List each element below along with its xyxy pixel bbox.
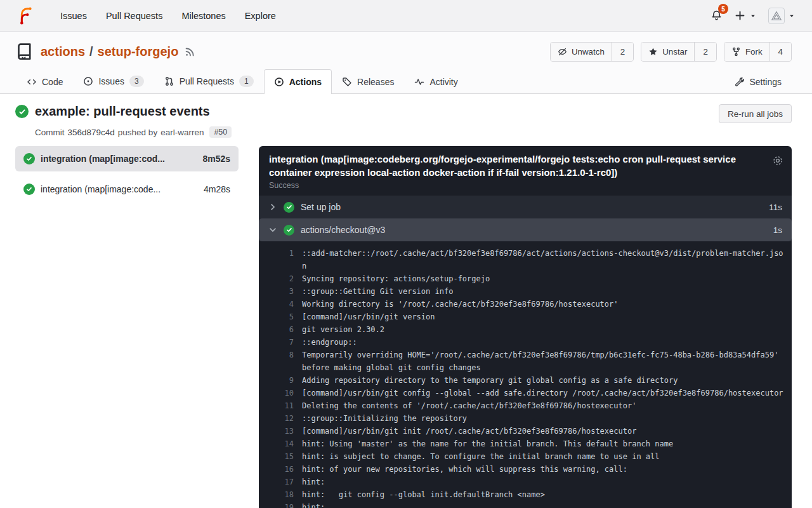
log-line-number[interactable]: 14 [268, 438, 294, 450]
log-line-number[interactable]: 13 [268, 425, 294, 438]
log-line-number[interactable]: 9 [268, 374, 294, 387]
repo-action-buttons: Unwatch 2 Unstar 2 Fork [550, 42, 792, 62]
step-success-check-icon [284, 225, 294, 236]
log-line-text: [command]/usr/bin/git config --global --… [302, 387, 783, 399]
rerun-all-jobs-button[interactable]: Re-run all jobs [719, 104, 792, 123]
tab-label: Pull Requests [180, 76, 234, 86]
job-list-item[interactable]: integration (map[image:code... 4m28s [15, 177, 239, 202]
log-line-text: [command]/usr/bin/git init /root/.cache/… [302, 425, 636, 438]
log-line: 16 hint: of your new repositories, which… [268, 463, 787, 476]
repo-tab[interactable]: Actions [264, 69, 332, 94]
log-line: 13 [command]/usr/bin/git init /root/.cac… [268, 425, 787, 438]
user-menu-button[interactable] [767, 5, 797, 27]
plus-icon [734, 10, 746, 22]
job-duration: 8m52s [202, 154, 230, 164]
repo-action-icon [648, 47, 658, 57]
repo-header: actions / setup-forgejo Unwatch 2 Unsta [0, 32, 812, 94]
job-success-check-icon [23, 153, 35, 164]
navbar-link[interactable]: Pull Requests [96, 6, 172, 26]
log-line-number[interactable]: 12 [268, 412, 294, 425]
breadcrumb-separator: / [89, 44, 93, 59]
step-list: Set up job 11s actions/checkout@v3 1s [259, 196, 792, 241]
repo-tab[interactable]: Code [16, 69, 73, 94]
repo-action-button[interactable]: Unstar [641, 43, 695, 61]
repo-tab[interactable]: Pull Requests 1 [154, 68, 264, 94]
tab-settings[interactable]: Settings [724, 69, 792, 94]
log-line: 7 ::endgroup:: [268, 336, 787, 349]
step-row[interactable]: actions/checkout@v3 1s [259, 218, 792, 241]
repo-action-count[interactable]: 4 [770, 43, 791, 61]
log-line-number[interactable]: 4 [268, 298, 294, 311]
log-line-number[interactable]: 15 [268, 450, 294, 463]
log-line-text: ::group::Getting Git version info [302, 285, 453, 298]
job-full-title: integration (map[image:codeberg.org/forg… [269, 153, 782, 179]
log-line-number[interactable]: 5 [268, 311, 294, 323]
log-line-number[interactable]: 1 [268, 247, 294, 272]
log-line-number[interactable]: 8 [268, 349, 294, 374]
commit-sha-link[interactable]: 356d879c4d [68, 128, 115, 137]
log-line-number[interactable]: 6 [268, 323, 294, 336]
log-line-number[interactable]: 7 [268, 336, 294, 349]
tab-label: Releases [357, 77, 394, 87]
chevron-down-icon [749, 12, 757, 20]
log-settings-button[interactable] [772, 155, 783, 166]
log-line-text: hint: Using 'master' as the name for the… [302, 438, 673, 450]
log-line-number[interactable]: 19 [268, 501, 294, 508]
job-success-check-icon [23, 184, 35, 195]
repo-owner-link[interactable]: actions [41, 44, 85, 59]
commit-author-link[interactable]: earl-warren [160, 128, 204, 137]
tab-label: Activity [429, 77, 457, 87]
repo-tab[interactable]: Activity [404, 69, 468, 94]
log-line-number[interactable]: 17 [268, 476, 294, 488]
navbar-right: 5 [709, 5, 797, 27]
repo-tab[interactable]: Issues 3 [73, 68, 154, 94]
repo-action-count[interactable]: 2 [695, 43, 716, 61]
create-new-button[interactable] [733, 7, 758, 24]
step-duration: 1s [773, 225, 782, 235]
repo-name-link[interactable]: setup-forgejo [98, 44, 179, 59]
log-line-number[interactable]: 2 [268, 272, 294, 285]
log-line: 1 ::add-matcher::/root/.cache/act/bf320e… [268, 247, 787, 272]
log-output: 1 ::add-matcher::/root/.cache/act/bf320e… [259, 241, 792, 508]
log-panel-header: integration (map[image:codeberg.org/forg… [259, 146, 792, 196]
log-line: 11 Deleting the contents of '/root/.cach… [268, 399, 787, 412]
repo-tab[interactable]: Releases [332, 69, 404, 94]
job-log-panel: integration (map[image:codeberg.org/forg… [259, 146, 792, 508]
log-line: 19 hint: [268, 501, 787, 508]
repo-action-button[interactable]: Fork [724, 43, 770, 61]
tab-icon [83, 76, 93, 86]
navbar-link[interactable]: Explore [235, 6, 285, 26]
step-row[interactable]: Set up job 11s [259, 196, 792, 218]
log-line-number[interactable]: 18 [268, 488, 294, 501]
avatar [768, 8, 785, 24]
top-navbar: Issues Pull Requests Milestones Explore … [0, 0, 812, 32]
forgejo-logo[interactable] [15, 6, 34, 25]
log-line-number[interactable]: 3 [268, 285, 294, 298]
tab-icon [274, 77, 284, 87]
log-line-text: Syncing repository: actions/setup-forgej… [302, 272, 490, 285]
log-line-number[interactable]: 11 [268, 399, 294, 412]
navbar-link[interactable]: Milestones [172, 6, 235, 26]
tab-count-badge: 1 [239, 76, 254, 87]
tab-icon [27, 77, 37, 87]
tab-label: Issues [98, 76, 124, 86]
repo-action-button[interactable]: Unwatch [551, 43, 612, 61]
log-line-number[interactable]: 10 [268, 387, 294, 399]
log-line: 17 hint: [268, 476, 787, 488]
log-line-text: ::endgroup:: [302, 336, 357, 349]
job-name: integration (map[image:code... [41, 184, 198, 194]
actions-run-page: example: pull-request events Re-run all … [0, 94, 812, 508]
job-list-item[interactable]: integration (map[image:cod... 8m52s [15, 146, 239, 171]
navbar-link[interactable]: Issues [51, 6, 96, 26]
run-title-row: example: pull-request events [15, 104, 210, 119]
log-line: 2 Syncing repository: actions/setup-forg… [268, 272, 787, 285]
commit-middle: pushed by [118, 128, 157, 137]
tab-icon [164, 76, 174, 86]
notifications-button[interactable]: 5 [709, 7, 724, 24]
navbar-links: Issues Pull Requests Milestones Explore [51, 6, 285, 26]
repo-action-count[interactable]: 2 [612, 43, 633, 61]
log-line-number[interactable]: 16 [268, 463, 294, 476]
run-commit-line: Commit 356d879c4d pushed by earl-warren … [35, 126, 792, 138]
rss-feed-icon[interactable] [185, 46, 195, 57]
job-status: Success [269, 181, 782, 190]
